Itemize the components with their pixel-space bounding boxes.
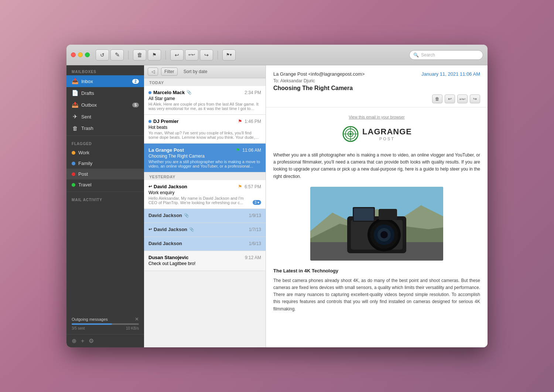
unread-dot	[148, 120, 151, 123]
sidebar-item-sent[interactable]: ✈ Sent	[66, 111, 144, 123]
flagged-header: FLAGGED	[66, 137, 144, 147]
logo-post: POST	[362, 137, 412, 141]
delete-button[interactable]: 🗑	[133, 49, 146, 61]
msg-subject: All Star game	[148, 96, 261, 101]
mailboxes-header: MAILBOXES	[66, 65, 144, 75]
email-header: La Grange Post <info@lagrangepost.com> J…	[266, 65, 488, 107]
refresh-button[interactable]: ↺	[96, 49, 109, 61]
email-body-text: The best camera phones already shoot 4K,…	[273, 277, 480, 313]
message-item-thread[interactable]: David Jackson 📎 1/9/13	[144, 209, 266, 223]
reply-button[interactable]: ↩	[170, 49, 184, 61]
sender-name: David Jackson	[148, 241, 182, 246]
msg-subject: Work enquiry	[148, 190, 261, 195]
msg-sender: ↩ David Jackson	[148, 184, 187, 189]
email-from: La Grange Post <info@lagrangepost.com>	[273, 71, 365, 77]
inbox-icon: 📥	[72, 78, 78, 85]
outgoing-label: Outgoing messages	[72, 317, 133, 321]
msg-preview: Yo man, What up? I've sent you couple of…	[148, 131, 261, 140]
logo-text: LA GRANGE POST	[362, 127, 412, 141]
msg-time: 1/7/13	[249, 227, 261, 232]
message-item-selected[interactable]: La Grange Post ⚑ 11:06 AM Choosing The R…	[144, 144, 266, 172]
yesterday-header: YESTERDAY	[144, 172, 266, 180]
message-item[interactable]: ↩ David Jackson ⚑ 6:57 PM Work enquiry H…	[144, 180, 266, 209]
mail-window: ↺ ✎ 🗑 ⚑ ↩ ↩↩ ↪ ⚑▾ 🔍 Search MAILBOXES 📥	[66, 45, 488, 347]
new-item-button[interactable]: +	[81, 338, 84, 344]
minimize-button[interactable]	[78, 52, 83, 57]
sidebar-item-inbox[interactable]: 📥 Inbox 2	[66, 75, 144, 87]
sort-label: Sort by date	[184, 69, 208, 74]
post-flag-dot	[72, 172, 75, 176]
work-label: Work	[78, 150, 89, 155]
titlebar: ↺ ✎ 🗑 ⚑ ↩ ↩↩ ↪ ⚑▾ 🔍 Search	[66, 45, 488, 65]
thread-badge[interactable]: 3 ▾	[253, 200, 261, 205]
email-date: January 11, 2021 11:06 AM	[421, 71, 480, 77]
cancel-activity-icon[interactable]: ✕	[135, 316, 139, 322]
sidebar-item-drafts[interactable]: 📄 Drafts	[66, 87, 144, 99]
sidebar-item-work[interactable]: Work	[66, 147, 144, 158]
today-header: TODAY	[144, 78, 266, 86]
work-flag-dot	[72, 151, 75, 155]
message-item-thread[interactable]: David Jackson 1/6/13	[144, 237, 266, 251]
email-actions: 🗑 ↩ ↩↩ ↪	[273, 94, 480, 103]
msg-time: 1/6/13	[249, 241, 261, 246]
email-forward-button[interactable]: ↪	[470, 94, 480, 103]
email-meta-row: La Grange Post <info@lagrangepost.com> J…	[273, 71, 480, 77]
msg-sender: La Grange Post	[148, 147, 184, 153]
separator-1	[128, 51, 129, 59]
lagrange-logo-icon	[342, 125, 359, 143]
sidebar-item-post[interactable]: Post	[66, 169, 144, 179]
compose-button[interactable]: ✎	[110, 49, 124, 61]
logo-la: LA	[362, 127, 374, 137]
message-item-thread[interactable]: ↩ David Jackson 📎 1/7/13	[144, 223, 266, 237]
forward-button[interactable]: ↪	[200, 49, 213, 61]
sidebar-item-travel[interactable]: Travel	[66, 179, 144, 190]
msg-time: 1/9/13	[249, 213, 261, 218]
filter-button[interactable]: Filter	[161, 68, 178, 76]
close-button[interactable]	[71, 52, 76, 57]
settings-button[interactable]: ⚙	[89, 337, 94, 344]
msg-header: David Jackson 📎 1/9/13	[148, 213, 261, 218]
flag-button[interactable]: ⚑▾	[222, 49, 236, 61]
reply-all-button[interactable]: ↩↩	[185, 49, 198, 61]
fullscreen-button[interactable]	[85, 52, 90, 57]
sidebar-item-trash[interactable]: 🗑 Trash	[66, 123, 144, 134]
email-delete-button[interactable]: 🗑	[432, 94, 442, 103]
flag-icon: ⚑	[238, 184, 242, 189]
email-view: La Grange Post <info@lagrangepost.com> J…	[266, 65, 488, 347]
email-reply-button[interactable]: ↩	[445, 94, 455, 103]
svg-rect-17	[379, 209, 397, 220]
toolbar-group-1: ↺ ✎	[96, 49, 124, 61]
sort-button[interactable]: Sort by date	[181, 68, 211, 76]
post-label: Post	[78, 171, 88, 177]
sidebar: MAILBOXES 📥 Inbox 2 📄 Drafts 📤 Outbox 5 …	[66, 65, 144, 347]
sender-name: Dusan Stanojevic	[148, 255, 188, 260]
sidebar-item-outbox[interactable]: 📤 Outbox 5	[66, 99, 144, 111]
search-bar[interactable]: 🔍 Search	[409, 50, 483, 60]
message-item[interactable]: Marcelo Mack 📎 2:34 PM All Star game Hi …	[144, 86, 266, 115]
traffic-lights	[71, 52, 90, 57]
travel-flag-dot	[72, 183, 75, 187]
separator-3	[218, 51, 218, 59]
reply-arrow-icon: ↩	[148, 227, 152, 232]
msg-header: David Jackson 1/6/13	[148, 241, 261, 246]
back-button[interactable]: ◁	[148, 68, 158, 76]
sidebar-item-family[interactable]: Family	[66, 158, 144, 169]
message-item[interactable]: DJ Premier ⚑ 1:46 PM Hot beats Yo man, W…	[144, 115, 266, 144]
message-item[interactable]: Dusan Stanojevic 9:12 AM Check out Lagit…	[144, 251, 266, 271]
message-list-panel: ◁ Filter Sort by date TODAY Marcelo Mack	[144, 65, 266, 347]
email-reply-all-button[interactable]: ↩↩	[457, 94, 468, 103]
logo-container: LA GRANGE POST	[342, 125, 412, 143]
svg-rect-19	[354, 208, 374, 221]
flag-icon: ⚑	[238, 118, 242, 124]
msg-sender: Dusan Stanojevic	[148, 255, 188, 260]
msg-sender: David Jackson	[148, 241, 182, 246]
sent-label: Sent	[81, 114, 91, 120]
msg-time: 1:46 PM	[244, 119, 261, 124]
activity-stats: 3/5 sent 10 KB/s	[72, 326, 139, 330]
msg-time: 11:06 AM	[242, 148, 261, 153]
svg-point-16	[380, 231, 388, 238]
browser-link[interactable]: View this email in your browser	[273, 115, 480, 119]
junk-button[interactable]: ⚑	[148, 49, 161, 61]
msg-preview: Whether you are a still photographer who…	[148, 159, 261, 168]
add-mailbox-button[interactable]: ⊕	[72, 337, 76, 344]
